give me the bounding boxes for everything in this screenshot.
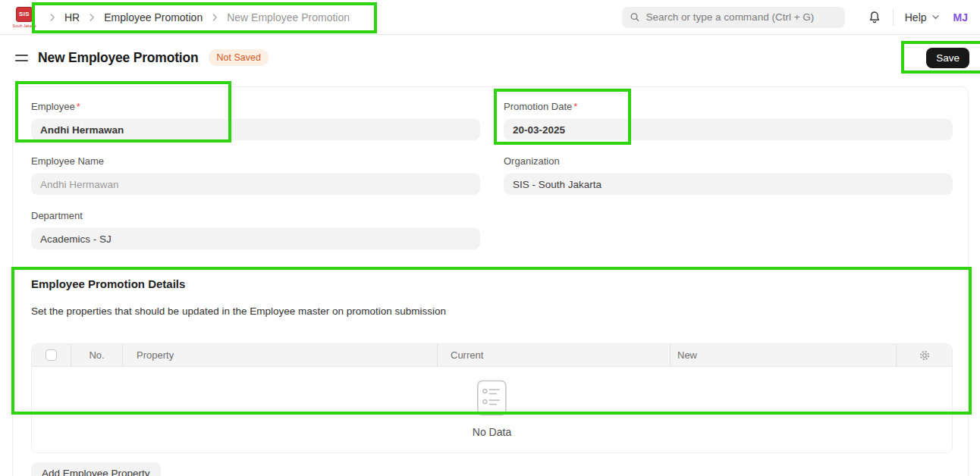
select-all-checkbox[interactable] — [46, 349, 57, 361]
field-employee: Employee* Andhi Hermawan — [31, 101, 480, 140]
promotion-details-section: Employee Promotion Details Set the prope… — [31, 277, 953, 476]
required-marker: * — [77, 101, 80, 112]
bell-icon — [868, 11, 881, 24]
breadcrumb-item-current: New Employee Promotion — [227, 11, 350, 23]
employee-label: Employee* — [31, 101, 480, 112]
header-cell-checkbox — [32, 344, 71, 366]
section-title: Employee Promotion Details — [31, 277, 953, 290]
field-organization: Organization SIS - South Jakarta — [504, 155, 953, 195]
department-input[interactable]: Academics - SJ — [31, 228, 480, 249]
organization-input[interactable]: SIS - South Jakarta — [504, 174, 953, 195]
user-avatar[interactable]: MJ — [953, 11, 968, 23]
fields-grid: Employee* Andhi Hermawan Promotion Date*… — [31, 101, 953, 249]
search-input[interactable] — [646, 11, 837, 23]
required-marker: * — [573, 101, 577, 112]
promotion-date-input[interactable]: 20-03-2025 — [504, 119, 953, 140]
table-empty-body: No Data — [32, 367, 952, 453]
field-department: Department Academics - SJ — [31, 210, 480, 249]
header-cell-no: No. — [71, 344, 123, 366]
chevron-right-icon — [209, 12, 220, 23]
employee-name-input: Andhi Hermawan — [31, 174, 480, 195]
field-employee-name: Employee Name Andhi Hermawan — [31, 155, 480, 195]
header-cell-property: Property — [123, 344, 438, 366]
chevron-down-icon — [931, 12, 941, 22]
table-header-row: No. Property Current New — [32, 344, 952, 367]
empty-state: No Data — [473, 380, 511, 438]
notifications-button[interactable] — [868, 11, 881, 24]
breadcrumb-item-hr[interactable]: HR — [64, 11, 80, 23]
status-badge: Not Saved — [209, 49, 268, 66]
save-button[interactable]: Save — [926, 48, 969, 68]
employee-name-label: Employee Name — [31, 155, 480, 167]
global-search[interactable] — [622, 7, 845, 28]
breadcrumb-item-employee-promotion[interactable]: Employee Promotion — [104, 11, 203, 23]
no-data-label: No Data — [473, 426, 511, 438]
header-cell-new: New — [671, 344, 897, 366]
app-logo[interactable]: SIS South Jakarta — [12, 7, 36, 28]
navbar-divider — [893, 9, 894, 26]
search-icon — [630, 11, 640, 23]
employee-input[interactable]: Andhi Hermawan — [31, 119, 480, 140]
app-window: SIS South Jakarta HR Employee Promotion … — [0, 0, 980, 476]
page-title: New Employee Promotion — [38, 50, 198, 66]
help-menu[interactable]: Help — [905, 11, 941, 23]
gear-icon — [919, 349, 931, 362]
chevron-right-icon — [86, 12, 97, 23]
promotion-date-label: Promotion Date* — [504, 101, 953, 112]
header-cell-current: Current — [438, 344, 671, 366]
logo-badge: SIS — [16, 7, 33, 22]
department-label: Department — [31, 210, 480, 221]
logo-subtext: South Jakarta — [13, 23, 36, 28]
navbar-right: Help MJ — [622, 7, 968, 28]
section-description: Set the properties that should be update… — [31, 305, 953, 317]
form-card: Employee* Andhi Hermawan Promotion Date*… — [12, 86, 969, 476]
field-promotion-date: Promotion Date* 20-03-2025 — [504, 101, 953, 140]
organization-label: Organization — [504, 155, 953, 167]
chevron-right-icon — [47, 12, 58, 23]
add-employee-property-button[interactable]: Add Employee Property — [31, 462, 161, 476]
table-settings-button[interactable] — [897, 344, 952, 366]
help-label: Help — [905, 11, 927, 23]
breadcrumb: HR Employee Promotion New Employee Promo… — [47, 11, 350, 23]
empty-grid-cell — [504, 210, 953, 249]
sidebar-toggle-icon[interactable] — [15, 55, 28, 61]
no-data-icon — [476, 380, 507, 416]
navbar: SIS South Jakarta HR Employee Promotion … — [0, 0, 980, 35]
promotion-details-table: No. Property Current New — [31, 343, 953, 453]
page-head: New Employee Promotion Not Saved Save — [0, 35, 980, 80]
